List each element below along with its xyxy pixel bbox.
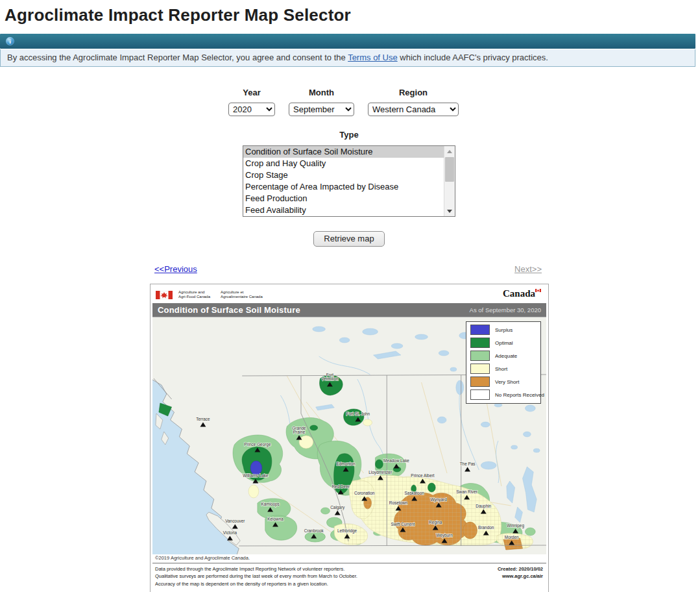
map-url: www.agr.gc.ca/air [498, 573, 543, 580]
map-footer-line: Accuracy of the map is dependent on the … [155, 580, 357, 587]
legend-label: Surplus [495, 327, 513, 333]
region-field: Region Western Canada [368, 88, 459, 116]
canada-wordmark: Canada [503, 288, 541, 299]
map-legend: SurplusOptimalAdequateShortVery ShortNo … [466, 321, 541, 404]
legend-swatch [470, 376, 490, 387]
map-footer: Data provided through the Agroclimate Im… [152, 563, 546, 592]
legend-item: Optimal [466, 336, 540, 349]
legend-swatch [470, 389, 490, 400]
wordmark-flag-icon [535, 289, 541, 292]
region-label: Region [399, 88, 428, 97]
type-label: Type [339, 130, 358, 140]
city-label: Brandon [478, 525, 494, 530]
city-label: Wynyard [431, 497, 448, 502]
city-label: Terrace [196, 417, 210, 421]
city-label: Dauphin [476, 504, 491, 509]
legend-item: No Reports Received [466, 388, 540, 401]
terms-notice-text-after: which include AAFC's privacy practices. [398, 53, 548, 62]
legend-swatch [470, 325, 490, 335]
type-option[interactable]: Condition of Surface Soil Moisture [243, 146, 444, 158]
legend-swatch [470, 351, 490, 361]
legend-swatch [470, 338, 490, 348]
month-select[interactable]: September [289, 103, 354, 116]
map-image: Agriculture and Agri-Food Canada Agricul… [150, 284, 549, 592]
legend-item: Very Short [466, 375, 540, 388]
city-label: Victoria [223, 530, 237, 535]
year-select[interactable]: 2020 [228, 103, 275, 116]
info-icon: i [6, 37, 14, 45]
legend-swatch [470, 364, 490, 374]
city-label: Weyburn [436, 533, 453, 538]
type-option[interactable]: Crop and Hay Quality [243, 158, 444, 169]
dept-name-fr: Agriculture et Agroalimentaire Canada [221, 290, 263, 299]
city-label: Lloydminster [368, 470, 392, 475]
city-label: Vancouver [225, 519, 245, 523]
scrollbar-down-icon[interactable] [444, 206, 455, 216]
retrieve-map-button[interactable]: Retrieve map [313, 231, 384, 247]
legend-label: Very Short [495, 379, 519, 385]
city-label: Kamloops [261, 502, 279, 507]
legend-item: Short [466, 362, 540, 375]
legend-label: No Reports Received [495, 392, 544, 398]
city-label: Williams Lake [243, 473, 269, 478]
map-footer-line: Data provided through the Agroclimate Im… [155, 565, 357, 573]
page-title: Agroclimate Impact Reporter Map Selector [5, 5, 700, 25]
region-select[interactable]: Western Canada [368, 103, 459, 116]
city-label: Calgary [330, 505, 345, 510]
city-label: The Pas [460, 462, 476, 466]
next-link: Next>> [514, 264, 542, 274]
type-field: Type Condition of Surface Soil MoistureC… [243, 130, 455, 247]
dept-name-en: Agriculture and Agri-Food Canada [178, 290, 210, 299]
info-banner: i [0, 34, 695, 49]
year-field: Year 2020 [228, 88, 275, 116]
city-label: Coronation [354, 491, 375, 495]
map-as-of-date: As of September 30, 2020 [470, 306, 541, 314]
map-canvas: FortVermilionFort St. JohnTerraceGrandeP… [152, 317, 546, 554]
city-label: Regina [429, 520, 442, 525]
city-label: Saskatoon [405, 491, 425, 495]
terms-notice: By accessing the Agroclimate Impact Repo… [0, 49, 695, 67]
map-gov-header: Agriculture and Agri-Food Canada Agricul… [152, 286, 546, 303]
city-label: Swift Current [391, 522, 415, 526]
city-label: Edmonton [336, 462, 356, 466]
city-label: Prince George [244, 442, 271, 447]
map-created-date: Created: 2020/10/02 [498, 565, 543, 573]
city-label: Winnipeg [507, 523, 524, 528]
previous-link[interactable]: <<Previous [154, 264, 197, 274]
terms-of-use-link[interactable]: Terms of Use [348, 53, 398, 62]
city-label: Lethbridge [337, 528, 357, 534]
legend-label: Adequate [495, 353, 517, 359]
pagination: <<Previous Next>> [150, 264, 549, 274]
type-option[interactable]: Percentage of Area Impacted by Disease [243, 181, 444, 193]
city-label: GrandePrairie [292, 426, 306, 435]
legend-label: Short [495, 366, 507, 372]
legend-label: Optimal [495, 340, 513, 346]
city-label: Red Deer [332, 484, 350, 489]
scrollbar-thumb[interactable] [445, 157, 454, 182]
type-option[interactable]: Crop Stage [243, 169, 444, 181]
type-listbox[interactable]: Condition of Surface Soil MoistureCrop a… [243, 145, 455, 217]
city-label: Fort St. John [346, 412, 370, 416]
terms-notice-text-before: By accessing the Agroclimate Impact Repo… [7, 53, 348, 62]
city-label: Kelowna [267, 517, 284, 521]
legend-item: Adequate [466, 349, 540, 362]
page: Agroclimate Impact Reporter Map Selector… [0, 5, 700, 592]
scrollbar-up-icon[interactable] [444, 146, 455, 156]
legend-item: Surplus [466, 323, 540, 336]
city-label: Rosetown [389, 500, 408, 505]
type-option[interactable]: Feed Production [243, 193, 444, 204]
map-selector-form: Year 2020 Month September Region Western… [228, 88, 700, 116]
listbox-scrollbar[interactable] [444, 146, 455, 216]
month-field: Month September [289, 88, 354, 116]
city-label: Swan River [456, 489, 478, 494]
canada-flag-icon [156, 291, 173, 299]
map-copyright: ©2019 Agriculture and Agroclimate Canada… [152, 554, 546, 563]
map-titlebar: Condition of Surface Soil Moisture As of… [152, 303, 546, 317]
city-label: Meadow Lake [383, 458, 409, 463]
city-label: Prince Albert [411, 473, 434, 478]
city-label: Cranbrook [304, 528, 324, 533]
type-option[interactable]: Feed Availability [243, 204, 444, 216]
city-label: Morden [505, 535, 519, 539]
month-label: Month [309, 88, 334, 97]
year-label: Year [243, 88, 260, 97]
